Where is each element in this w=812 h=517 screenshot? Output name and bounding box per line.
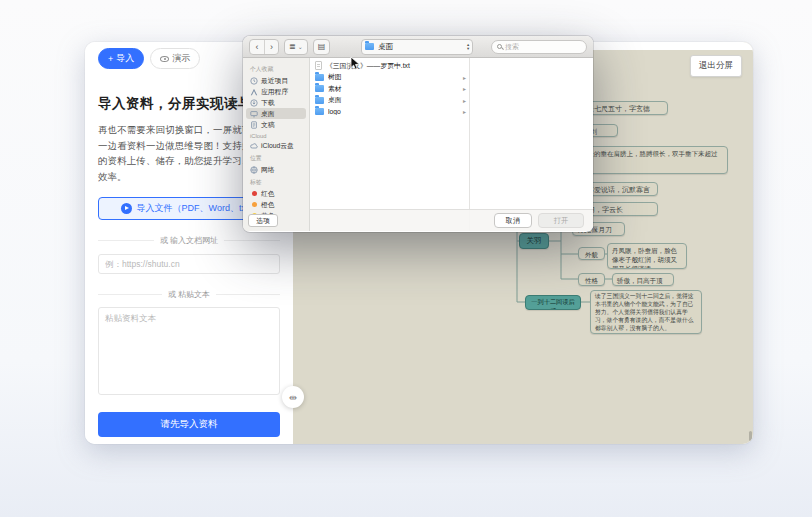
mindmap-node-topic[interactable]: 关羽	[519, 233, 549, 249]
file-row[interactable]: 树图 ▸	[310, 72, 469, 84]
search-placeholder: 搜索	[505, 42, 519, 52]
document-url-input[interactable]	[98, 254, 280, 274]
sidebar-item-documents[interactable]: 文稿	[246, 119, 306, 130]
mindmap-node-label[interactable]: 外貌	[578, 247, 605, 260]
sidebar-item-label: 最近项目	[261, 76, 288, 86]
url-divider-label: 或 输入文档网址	[160, 235, 218, 246]
sidebar-item-label: 红色	[261, 189, 275, 199]
folder-icon	[315, 108, 324, 115]
resize-arrows-icon: ⇹	[289, 392, 297, 403]
dialog-toolbar: ‹ › ≣ ⌄ ▤ 桌面 ▴▾ 搜索	[243, 36, 593, 58]
sidebar-item-label: 桌面	[261, 109, 275, 119]
dialog-footer: 取消 打开	[310, 209, 593, 231]
download-icon	[250, 99, 258, 107]
folder-action-icon: ▤	[318, 42, 326, 51]
file-row[interactable]: 《三国演义》——罗贯中.txt	[310, 60, 469, 72]
chevron-down-icon: ⌄	[298, 43, 303, 50]
document-icon	[250, 121, 258, 129]
mindmap-node[interactable]: 骄傲，目高于顶	[612, 273, 674, 286]
mindmap-node-topic[interactable]: 一到十二回读后感	[525, 295, 581, 310]
sidebar-section-title: iCloud	[243, 130, 309, 140]
mindmap-node[interactable]: 读了三国演义一到十二回之后，觉得这本书里的人物个个能文能武，为了自己努力。个人觉…	[590, 290, 702, 334]
back-button[interactable]: ‹	[250, 40, 264, 54]
file-name: logo	[328, 108, 459, 115]
url-divider: 或 输入文档网址	[98, 235, 280, 246]
dialog-sidebar: 个人收藏 最近项目 应用程序 下载 桌面 文稿 iCloud	[243, 58, 310, 231]
search-icon	[497, 44, 502, 49]
open-button[interactable]: 打开	[538, 213, 584, 228]
demo-button-label: 演示	[172, 52, 190, 65]
text-file-icon	[315, 61, 322, 70]
disclosure-icon: ▸	[463, 74, 466, 81]
mindmap-node-label[interactable]: 性格	[578, 273, 605, 286]
canvas-scrollbar[interactable]	[749, 431, 752, 441]
cloud-icon	[250, 142, 258, 150]
orange-tag-icon	[252, 202, 257, 207]
sidebar-item-label: 网络	[261, 165, 275, 175]
sidebar-item-label: iCloud云盘	[261, 141, 294, 151]
dialog-body: 个人收藏 最近项目 应用程序 下载 桌面 文稿 iCloud	[243, 58, 593, 231]
file-list-column: 《三国演义》——罗贯中.txt 树图 ▸ 素材 ▸ 桌面 ▸ logo ▸	[310, 58, 470, 231]
sidebar-section-title: 位置	[243, 151, 309, 164]
plus-icon: +	[108, 54, 113, 64]
eye-icon	[160, 56, 169, 62]
disclosure-icon: ▸	[463, 97, 466, 104]
sidebar-item-applications[interactable]: 应用程序	[246, 86, 306, 97]
file-open-dialog: ‹ › ≣ ⌄ ▤ 桌面 ▴▾ 搜索 个人收藏 最近项目	[243, 36, 593, 232]
exit-split-button[interactable]: 退出分屏	[690, 55, 742, 77]
paste-text-area[interactable]	[98, 307, 280, 395]
sidebar-item-label: 下载	[261, 98, 275, 108]
stepper-icon: ▴▾	[467, 43, 469, 50]
file-name: 素材	[328, 84, 459, 94]
globe-icon	[250, 166, 258, 174]
sidebar-item-label: 橙色	[261, 200, 275, 210]
file-name: 树图	[328, 72, 459, 82]
nav-segment: ‹ ›	[249, 39, 279, 55]
folder-icon	[315, 74, 324, 81]
upload-circle-icon	[121, 203, 132, 214]
disclosure-icon: ▸	[463, 108, 466, 115]
action-menu-button[interactable]: ▤	[313, 39, 331, 55]
sidebar-section-title: 个人收藏	[243, 62, 309, 75]
file-row[interactable]: 桌面 ▸	[310, 95, 469, 107]
folder-icon	[315, 97, 324, 104]
sidebar-item-label: 文稿	[261, 120, 275, 130]
paste-divider-label: 或 粘贴文本	[168, 289, 210, 300]
file-name: 《三国演义》——罗贯中.txt	[326, 61, 466, 71]
sidebar-item-tag-red[interactable]: 红色	[246, 188, 306, 199]
mouse-cursor	[350, 56, 361, 71]
sidebar-section-title: 标签	[243, 175, 309, 188]
cancel-button[interactable]: 取消	[494, 213, 532, 228]
sidebar-item-tag-orange[interactable]: 橙色	[246, 199, 306, 210]
demo-button[interactable]: 演示	[150, 48, 200, 69]
preview-column	[470, 58, 593, 231]
clock-icon	[250, 77, 258, 85]
sidebar-item-icloud-drive[interactable]: iCloud云盘	[246, 140, 306, 151]
search-field[interactable]: 搜索	[491, 40, 587, 54]
view-mode-button[interactable]: ≣ ⌄	[284, 39, 308, 55]
sidebar-item-label: 应用程序	[261, 87, 288, 97]
sidebar-item-recents[interactable]: 最近项目	[246, 75, 306, 86]
import-button-label: 导入	[116, 52, 134, 65]
disclosure-icon: ▸	[463, 85, 466, 92]
sidebar-item-desktop[interactable]: 桌面	[246, 108, 306, 119]
file-name: 桌面	[328, 95, 459, 105]
sidebar-item-downloads[interactable]: 下载	[246, 97, 306, 108]
options-button[interactable]: 选项	[248, 214, 278, 227]
import-file-button-label: 导入文件（PDF、Word、txt）	[137, 202, 258, 215]
file-row[interactable]: 素材 ▸	[310, 83, 469, 95]
desktop-icon	[250, 110, 258, 118]
import-button[interactable]: + 导入	[98, 48, 144, 69]
mindmap-node[interactable]: 丹凤眼，卧蚕眉，脸色像枣子般红润，胡须又黑又长很潇洒	[607, 243, 687, 269]
split-resize-handle[interactable]: ⇹	[282, 386, 304, 408]
list-view-icon: ≣	[289, 42, 296, 51]
submit-import-button[interactable]: 请先导入资料	[98, 412, 280, 437]
forward-button[interactable]: ›	[264, 40, 278, 54]
file-row[interactable]: logo ▸	[310, 106, 469, 118]
sidebar-item-network[interactable]: 网络	[246, 164, 306, 175]
folder-icon	[315, 85, 324, 92]
red-tag-icon	[252, 191, 257, 196]
location-popup[interactable]: 桌面 ▴▾	[361, 39, 473, 55]
location-name: 桌面	[378, 42, 463, 52]
folder-icon	[365, 43, 374, 50]
